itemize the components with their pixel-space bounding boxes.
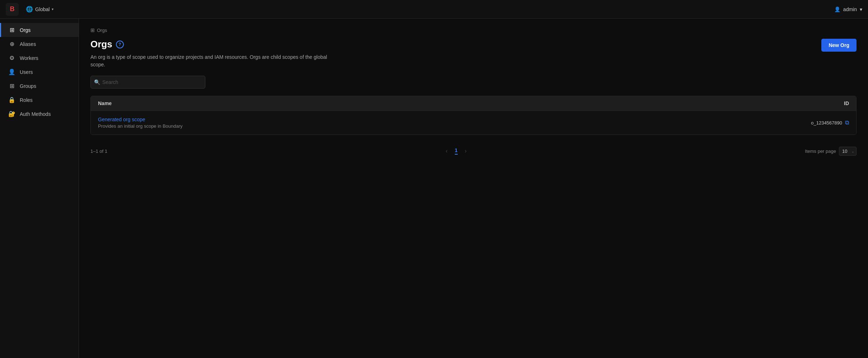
breadcrumb-icon: ⊞: [90, 27, 95, 33]
sidebar-item-label: Auth Methods: [20, 111, 51, 117]
sidebar-item-users[interactable]: 👤 Users: [0, 65, 79, 79]
org-description: Provides an initial org scope in Boundar…: [98, 123, 741, 129]
page-header: Orgs ? An org is a type of scope used to…: [90, 39, 857, 69]
org-id-cell: o_1234567890 ⧉: [741, 119, 849, 126]
pagination-controls: ‹ 1 ›: [443, 146, 469, 156]
page-title: Orgs: [90, 39, 112, 50]
sidebar-item-label: Aliases: [20, 41, 36, 47]
sidebar-item-label: Users: [20, 69, 33, 75]
orgs-icon: ⊞: [8, 27, 15, 33]
column-header-id: ID: [741, 100, 849, 106]
global-scope-selector[interactable]: 🌐 Global ▾: [23, 4, 56, 14]
sidebar-item-orgs[interactable]: ⊞ Orgs: [0, 23, 79, 37]
sidebar-item-groups[interactable]: ⊞ Groups: [0, 79, 79, 93]
sidebar-item-auth-methods[interactable]: 🔐 Auth Methods: [0, 107, 79, 121]
sidebar-item-workers[interactable]: ⚙ Workers: [0, 51, 79, 65]
items-per-page-select[interactable]: 5 10 25 50: [839, 147, 857, 156]
sidebar: ⊞ Orgs ⊕ Aliases ⚙ Workers 👤 Users ⊞ Gro…: [0, 19, 79, 358]
org-name-link[interactable]: Generated org scope: [98, 117, 145, 122]
copy-icon[interactable]: ⧉: [845, 119, 849, 126]
items-per-page: Items per page 5 10 25 50: [805, 147, 857, 156]
top-nav: B 🌐 Global ▾ 👤 admin ▾: [0, 0, 868, 19]
prev-page-button[interactable]: ‹: [443, 146, 450, 156]
groups-icon: ⊞: [8, 83, 15, 89]
sidebar-item-label: Workers: [20, 55, 38, 61]
page-description: An org is a type of scope used to organi…: [90, 53, 342, 69]
breadcrumb-label: Orgs: [97, 28, 107, 33]
globe-icon: 🌐: [26, 6, 33, 13]
auth-methods-icon: 🔐: [8, 110, 15, 117]
pagination: 1–1 of 1 ‹ 1 › Items per page 5 10 25 50: [90, 143, 857, 159]
user-chevron-icon: ▾: [860, 6, 862, 12]
user-icon: 👤: [834, 6, 840, 12]
user-label: admin: [843, 6, 857, 12]
user-menu[interactable]: 👤 admin ▾: [834, 6, 862, 12]
table-row: Generated org scope Provides an initial …: [91, 111, 856, 135]
global-label: Global: [35, 6, 50, 12]
help-icon[interactable]: ?: [116, 41, 124, 48]
roles-icon: 🔒: [8, 96, 15, 103]
chevron-down-icon: ▾: [52, 7, 53, 11]
sidebar-item-label: Roles: [20, 97, 33, 103]
sidebar-item-aliases[interactable]: ⊕ Aliases: [0, 37, 79, 51]
search-container: 🔍: [90, 76, 857, 89]
workers-icon: ⚙: [8, 55, 15, 61]
org-name-cell: Generated org scope Provides an initial …: [98, 117, 741, 129]
search-input[interactable]: [90, 76, 205, 89]
next-page-button[interactable]: ›: [462, 146, 470, 156]
breadcrumb: ⊞ Orgs: [90, 27, 857, 33]
new-org-button[interactable]: New Org: [821, 39, 857, 52]
users-icon: 👤: [8, 69, 15, 75]
orgs-table: Name ID Generated org scope Provides an …: [90, 96, 857, 135]
main-content: ⊞ Orgs Orgs ? An org is a type of scope …: [79, 19, 868, 358]
pagination-range: 1–1 of 1: [90, 149, 107, 154]
sidebar-item-roles[interactable]: 🔒 Roles: [0, 93, 79, 107]
app-logo[interactable]: B: [6, 3, 19, 16]
sidebar-item-label: Groups: [20, 83, 36, 89]
current-page-number[interactable]: 1: [455, 147, 458, 155]
items-per-page-label: Items per page: [805, 149, 836, 154]
search-icon: 🔍: [94, 79, 100, 85]
column-header-name: Name: [98, 100, 741, 106]
table-header: Name ID: [91, 96, 856, 111]
sidebar-item-label: Orgs: [20, 27, 31, 33]
aliases-icon: ⊕: [8, 41, 15, 47]
org-id-value: o_1234567890: [811, 120, 842, 126]
